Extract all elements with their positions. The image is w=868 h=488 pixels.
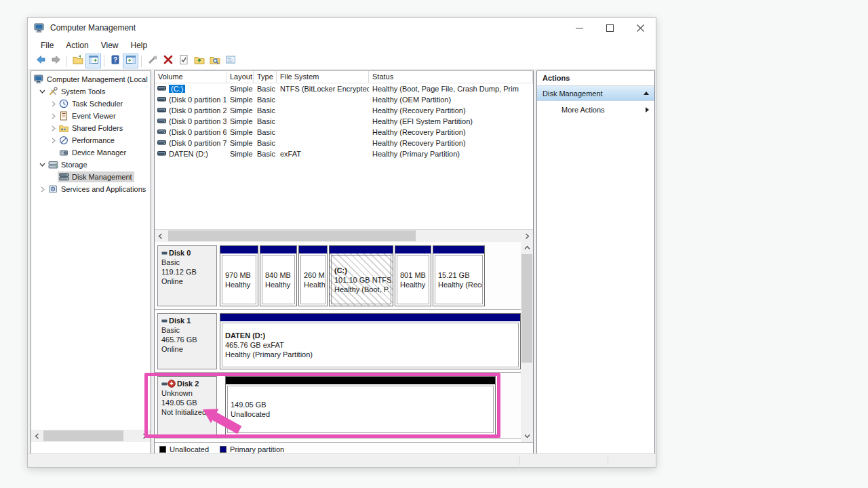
column-header-type[interactable]: Type — [254, 71, 277, 83]
menu-view[interactable]: View — [95, 39, 125, 52]
chevron-right-icon[interactable] — [49, 100, 58, 108]
volume-list: VolumeLayoutTypeFile SystemStatus (C:)Si… — [155, 71, 533, 230]
folder-find-toolbar-button[interactable] — [207, 54, 222, 68]
console-tree-toolbar-button[interactable] — [85, 54, 101, 68]
partition-info-line: 970 MB — [225, 270, 253, 280]
help-toolbar-button[interactable]: ? — [107, 54, 123, 68]
chevron-down-icon[interactable] — [38, 87, 47, 96]
tree-item-label: Task Scheduler — [72, 100, 123, 108]
wand-toolbar-button[interactable] — [144, 54, 160, 68]
partition-block[interactable]: DATEN (D:)465.76 GB exFATHealthy (Primar… — [220, 313, 521, 369]
volume-row[interactable]: (Disk 0 partition 6)SimpleBasicHealthy (… — [155, 127, 533, 138]
back-toolbar-button[interactable] — [33, 54, 48, 68]
partition-block[interactable]: 149.05 GBUnallocated — [225, 376, 496, 435]
action-pane-toolbar-button[interactable] — [123, 54, 138, 68]
volume-layout: Simple — [226, 128, 254, 136]
partition-info: DATEN (D:)465.76 GB exFATHealthy (Primar… — [222, 323, 519, 367]
actions-group-disk-management[interactable]: Disk Management — [537, 86, 654, 101]
export-folder-toolbar-button[interactable] — [70, 54, 85, 68]
volume-row[interactable]: (C:)SimpleBasicNTFS (BitLocker Encrypted… — [155, 83, 533, 94]
partition-type-bar — [330, 246, 393, 253]
volume-scrollbar-thumb[interactable] — [168, 230, 416, 241]
volume-row[interactable]: (Disk 0 partition 7)SimpleBasicHealthy (… — [155, 138, 533, 148]
partition-block[interactable]: 260 MHealth — [298, 245, 328, 306]
partition-block[interactable]: 15.21 GBHealthy (Reco — [433, 245, 485, 306]
volume-name: (Disk 0 partition 2) — [169, 106, 226, 115]
partition-block[interactable]: 840 MBHealthy — [260, 245, 297, 306]
tree-item-task-scheduler[interactable]: Task Scheduler — [31, 98, 151, 110]
scroll-up-arrow-icon[interactable] — [521, 242, 533, 253]
partition-info-line: Healthy — [400, 280, 426, 289]
console-tree: Computer Management (LocalSystem ToolsTa… — [31, 71, 151, 430]
check-doc-toolbar-button[interactable] — [176, 54, 191, 68]
disk-view-vertical-scrollbar[interactable] — [521, 242, 533, 442]
menu-file[interactable]: File — [35, 39, 60, 52]
properties-toolbar-button[interactable] — [222, 54, 238, 68]
scroll-left-arrow-icon[interactable] — [31, 430, 43, 442]
toolbar: ? — [28, 53, 656, 70]
tree-item-system-tools[interactable]: System Tools — [31, 85, 151, 98]
chevron-right-icon[interactable] — [49, 136, 58, 145]
volume-row[interactable]: (Disk 0 partition 1)SimpleBasicHealthy (… — [155, 94, 533, 105]
scroll-down-arrow-icon[interactable] — [521, 430, 533, 442]
partition-block[interactable]: 801 MBHealthy — [395, 245, 431, 306]
tree-item-services-and-applications[interactable]: Services and Applications — [31, 183, 151, 195]
partition-info-line: Healthy (Primary Partition) — [225, 350, 515, 359]
scroll-right-arrow-icon[interactable] — [139, 430, 151, 442]
partition-type-bar — [299, 246, 327, 253]
scroll-right-arrow-icon[interactable] — [521, 230, 533, 242]
delete-toolbar-button[interactable] — [160, 54, 176, 68]
volume-layout: Simple — [226, 96, 254, 104]
expander-spacer — [49, 173, 58, 182]
menu-action[interactable]: Action — [60, 39, 94, 52]
chevron-right-icon[interactable] — [49, 124, 58, 133]
column-header-volume[interactable]: Volume — [155, 71, 226, 83]
close-button[interactable] — [625, 18, 656, 38]
tree-item-disk-management[interactable]: Disk Management — [31, 171, 151, 183]
tree-item-storage[interactable]: Storage — [31, 159, 151, 171]
partition-type-bar — [220, 314, 520, 321]
column-header-layout[interactable]: Layout — [226, 71, 254, 83]
disk-scrollbar-thumb[interactable] — [521, 254, 532, 363]
tree-item-device-manager[interactable]: Device Manager — [31, 146, 151, 159]
console-tree-panel: Computer Management (LocalSystem ToolsTa… — [31, 70, 151, 455]
wand-icon — [147, 54, 158, 68]
chevron-right-icon[interactable] — [38, 185, 47, 194]
chevron-down-icon[interactable] — [38, 161, 47, 169]
status-bar — [28, 453, 656, 467]
disk-name: Disk 0 — [169, 248, 191, 258]
partition-block[interactable]: 970 MBHealthy — [220, 245, 258, 306]
volume-list-horizontal-scrollbar[interactable] — [155, 230, 533, 242]
tree-item-shared-folders[interactable]: Shared Folders — [31, 122, 151, 134]
collapse-icon[interactable] — [644, 92, 649, 95]
chevron-right-icon[interactable] — [49, 112, 58, 121]
scroll-left-arrow-icon[interactable] — [155, 230, 166, 242]
disk-label-disk-2[interactable]: Disk 2Unknown149.05 GBNot Initialized — [157, 376, 217, 435]
disk-label-disk-1[interactable]: Disk 1Basic465.76 GBOnline — [157, 313, 217, 369]
delete-icon — [163, 54, 174, 68]
tree-scrollbar-thumb[interactable] — [43, 430, 123, 441]
more-actions-item[interactable]: More Actions — [537, 101, 654, 119]
disk-type: Unknown — [161, 388, 213, 398]
volume-layout: Simple — [226, 106, 254, 115]
tree-horizontal-scrollbar[interactable] — [31, 430, 151, 442]
tree-item-event-viewer[interactable]: Event Viewer — [31, 110, 151, 122]
partition-block[interactable]: (C:)101.10 GB NTFS (Healthy (Boot, P. — [329, 245, 393, 306]
disk-label-disk-0[interactable]: Disk 0Basic119.12 GBOnline — [157, 245, 217, 306]
volume-drive-icon — [157, 106, 166, 115]
folder-up-toolbar-button[interactable] — [191, 54, 207, 68]
volume-row[interactable]: (Disk 0 partition 3)SimpleBasicHealthy (… — [155, 116, 533, 127]
column-header-status[interactable]: Status — [369, 71, 533, 83]
maximize-button[interactable] — [595, 18, 625, 38]
volume-status: Healthy (Recovery Partition) — [369, 139, 533, 147]
action-pane-icon — [125, 54, 136, 68]
menu-help[interactable]: Help — [125, 39, 154, 52]
forward-toolbar-button[interactable] — [48, 54, 64, 68]
minimize-button[interactable] — [564, 18, 595, 38]
column-header-file-system[interactable]: File System — [277, 71, 369, 83]
volume-row[interactable]: (Disk 0 partition 2)SimpleBasicHealthy (… — [155, 105, 533, 116]
tree-item-performance[interactable]: Performance — [31, 134, 151, 146]
tree-item-computer-management-local[interactable]: Computer Management (Local — [31, 73, 151, 85]
tree-item-label: Storage — [61, 161, 87, 169]
volume-row[interactable]: DATEN (D:)SimpleBasicexFATHealthy (Prima… — [155, 148, 533, 159]
